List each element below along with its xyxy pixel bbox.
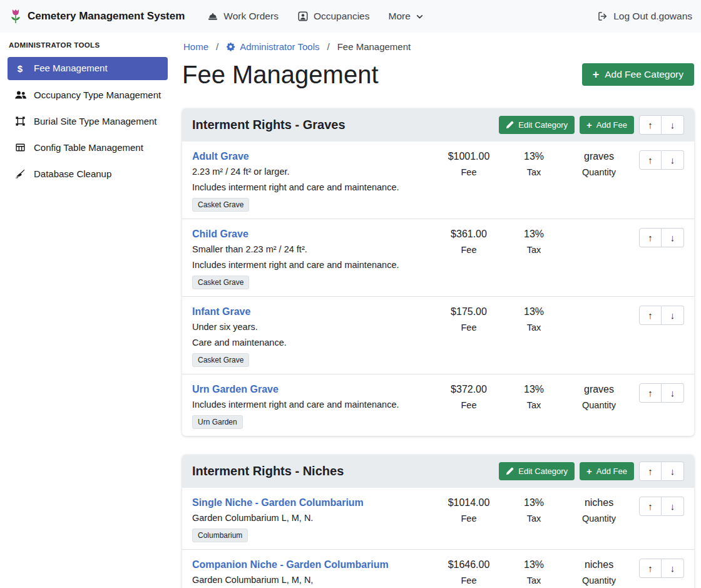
nav-occupancies[interactable]: Occupancies — [297, 11, 370, 22]
fee-description-line: Garden Columbarium L, M, N. — [192, 512, 430, 524]
move-fee-down-button[interactable]: ↓ — [662, 383, 684, 403]
quantity-label: Quantity — [566, 513, 632, 525]
quantity-column: graves Quantity — [566, 150, 632, 178]
pencil-icon — [506, 121, 514, 129]
quantity-value: niches — [566, 559, 632, 571]
plus-icon: + — [593, 69, 600, 80]
breadcrumb-admin-tools-link[interactable]: Administrator Tools — [226, 41, 319, 52]
fee-amount-column: $1014.00 Fee — [436, 497, 501, 525]
gear-icon — [226, 42, 235, 51]
quantity-value: niches — [566, 497, 632, 509]
fee-description-line: Garden Columbarium L, M, N, — [192, 574, 430, 586]
chevron-down-icon — [416, 13, 424, 21]
move-category-down-button[interactable]: ↓ — [662, 115, 684, 135]
fee-amount-label: Fee — [436, 167, 501, 178]
tax-column: 13% Tax — [501, 559, 566, 587]
add-fee-label: Add Fee — [596, 467, 627, 476]
move-fee-down-button[interactable]: ↓ — [662, 150, 684, 170]
app-root: Cemetery Management System Work Orders — [0, 0, 701, 588]
fee-name-link[interactable]: Child Grave — [192, 228, 248, 240]
sidebar-item-label: Occupancy Type Management — [34, 89, 161, 101]
edit-category-button[interactable]: Edit Category — [499, 116, 575, 134]
category-actions: Edit Category + Add Fee ↑ ↓ — [499, 115, 684, 135]
fee-amount: $372.00 — [436, 383, 501, 396]
move-fee-up-button[interactable]: ↑ — [639, 497, 662, 516]
fee-reorder-buttons: ↑ ↓ — [639, 228, 684, 247]
brand[interactable]: Cemetery Management System — [9, 8, 185, 24]
move-fee-down-button[interactable]: ↓ — [662, 559, 684, 578]
tax-column: 13% Tax — [501, 150, 566, 178]
category-actions: Edit Category + Add Fee ↑ ↓ — [499, 462, 684, 481]
category-title: Interment Rights - Graves — [192, 118, 499, 132]
category-title: Interment Rights - Niches — [192, 464, 499, 478]
fee-row: Adult Grave 2.23 m² / 24 ft² or larger. … — [182, 142, 694, 219]
quantity-column: graves Quantity — [566, 383, 632, 411]
fee-info: Companion Niche - Garden Columbarium Gar… — [192, 559, 436, 588]
fee-reorder-buttons: ↑ ↓ — [639, 559, 684, 578]
fee-amount-column: $372.00 Fee — [436, 383, 501, 411]
move-fee-up-button[interactable]: ↑ — [639, 150, 662, 170]
add-fee-button[interactable]: + Add Fee — [580, 116, 634, 134]
fee-amount-label: Fee — [436, 575, 501, 587]
fee-amount: $361.00 — [436, 228, 501, 240]
add-fee-button[interactable]: + Add Fee — [580, 462, 634, 480]
category-card-niches: Interment Rights - Niches Edit Category … — [182, 455, 694, 588]
fee-name-link[interactable]: Infant Grave — [192, 306, 250, 317]
quantity-value: graves — [566, 150, 632, 163]
category-header: Interment Rights - Niches Edit Category … — [182, 455, 694, 488]
logout-link[interactable]: Log Out d.gowans — [597, 11, 692, 22]
fee-amount-label: Fee — [436, 322, 501, 334]
move-fee-up-button[interactable]: ↑ — [639, 383, 662, 403]
fee-row: Single Niche - Garden Columbarium Garden… — [182, 488, 694, 549]
fee-reorder-buttons: ↑ ↓ — [639, 150, 684, 170]
nav-more[interactable]: More — [389, 11, 424, 22]
fee-amount-label: Fee — [436, 400, 501, 411]
move-fee-down-button[interactable]: ↓ — [662, 497, 684, 516]
fee-name-link[interactable]: Companion Niche - Garden Columbarium — [192, 559, 389, 570]
nav-work-orders[interactable]: Work Orders — [207, 11, 279, 22]
category-reorder-buttons: ↑ ↓ — [639, 462, 684, 481]
fee-type-badge: Casket Grave — [192, 353, 249, 367]
move-fee-up-button[interactable]: ↑ — [639, 306, 662, 325]
quantity-column: niches Quantity — [566, 497, 632, 525]
breadcrumb: Home / Administrator Tools / Fee Managem… — [182, 41, 694, 52]
category-reorder-buttons: ↑ ↓ — [639, 115, 684, 135]
sidebar-item-database-cleanup[interactable]: Database Cleanup — [8, 163, 168, 185]
fee-row: Urn Garden Grave Includes interment righ… — [182, 374, 694, 436]
edit-category-label: Edit Category — [518, 467, 568, 476]
fee-name-link[interactable]: Urn Garden Grave — [192, 383, 279, 395]
fee-name-link[interactable]: Single Niche - Garden Columbarium — [192, 497, 364, 508]
tax-value: 13% — [501, 228, 566, 240]
fee-row: Companion Niche - Garden Columbarium Gar… — [182, 549, 694, 588]
add-fee-category-button[interactable]: + Add Fee Category — [582, 63, 694, 86]
breadcrumb-separator: / — [327, 41, 329, 52]
fee-description-line: Includes interment right and care and ma… — [192, 259, 430, 271]
move-category-up-button[interactable]: ↑ — [639, 115, 662, 135]
tax-value: 13% — [501, 559, 566, 571]
breadcrumb-current: Fee Management — [337, 41, 411, 52]
pencil-icon — [506, 467, 514, 475]
top-navbar: Cemetery Management System Work Orders — [0, 0, 701, 33]
move-category-up-button[interactable]: ↑ — [639, 462, 662, 481]
fee-info: Child Grave Smaller than 2.23 m² / 24 ft… — [192, 228, 436, 289]
move-category-down-button[interactable]: ↓ — [662, 462, 684, 481]
sidebar-item-label: Database Cleanup — [34, 168, 111, 180]
breadcrumb-home-link[interactable]: Home — [183, 41, 208, 52]
fee-name-link[interactable]: Adult Grave — [192, 150, 249, 162]
breadcrumb-separator: / — [216, 41, 218, 52]
fee-type-badge: Urn Garden — [192, 415, 243, 429]
add-fee-label: Add Fee — [596, 120, 627, 130]
main-content: Home / Administrator Tools / Fee Managem… — [175, 33, 701, 588]
tax-value: 13% — [501, 150, 566, 163]
move-fee-up-button[interactable]: ↑ — [639, 228, 662, 247]
sidebar-item-config-table-management[interactable]: Config Table Management — [8, 137, 168, 159]
sidebar-item-burial-site-type-management[interactable]: Burial Site Type Management — [8, 110, 168, 133]
move-fee-down-button[interactable]: ↓ — [662, 228, 684, 247]
sidebar-item-occupancy-type-management[interactable]: Occupancy Type Management — [8, 84, 168, 106]
move-fee-down-button[interactable]: ↓ — [662, 306, 684, 325]
move-fee-up-button[interactable]: ↑ — [639, 559, 662, 578]
sidebar-item-fee-management[interactable]: $ Fee Management — [8, 57, 168, 80]
fee-info: Single Niche - Garden Columbarium Garden… — [192, 497, 436, 542]
edit-category-button[interactable]: Edit Category — [499, 462, 575, 480]
nav-right: Log Out d.gowans — [597, 11, 692, 22]
